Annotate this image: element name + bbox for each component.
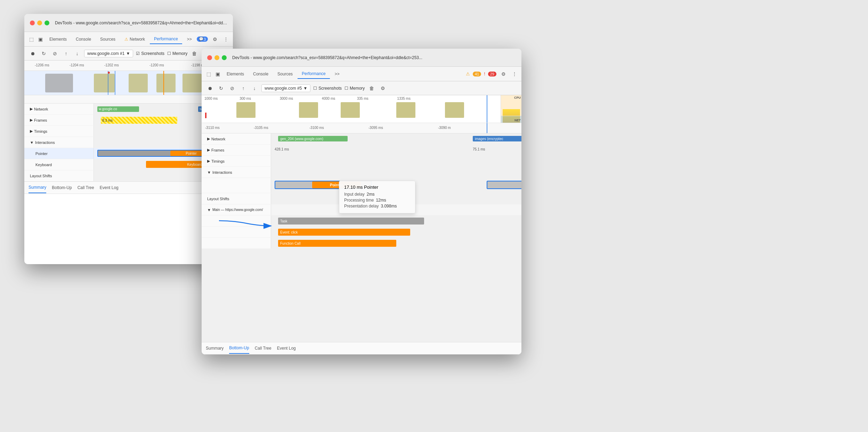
triangle-down-interactions: ▼ <box>30 140 34 145</box>
tab-sources-2[interactable]: Sources <box>273 70 297 79</box>
inspector-icon-2[interactable]: ⬚ <box>204 70 213 78</box>
tab-console-2[interactable]: Console <box>249 70 273 79</box>
minimize-button-2[interactable] <box>214 55 219 60</box>
url-dropdown-1[interactable]: www.google.com #1 ▼ <box>84 50 133 57</box>
layout-shifts-label-1: Layout Shifts <box>24 170 94 181</box>
chevron-down-icon-1: ▼ <box>126 51 130 56</box>
function-call-bar-label: Function Call <box>280 242 300 245</box>
memory-checkbox-1[interactable]: ☐Memory <box>167 51 187 56</box>
tri-interactions-2: ▼ <box>207 170 211 174</box>
tooltip-row-input-delay: Input delay 2ms <box>344 192 410 197</box>
url-dropdown-2[interactable]: www.google.com #5 ▼ <box>261 84 310 92</box>
title-bar-1: DevTools - www.google.com/search?sca_esv… <box>24 14 233 32</box>
net-area: NET <box>501 116 521 123</box>
upload-btn-2[interactable]: ↑ <box>239 84 248 92</box>
event-click-label <box>202 227 271 237</box>
network-url-label: w.google.co <box>99 107 117 111</box>
tab-elements-1[interactable]: Elements <box>45 35 71 44</box>
close-button-1[interactable] <box>30 21 35 25</box>
settings-btn-2[interactable]: ⚙ <box>379 84 387 92</box>
url-text-2: www.google.com #5 <box>265 86 302 91</box>
download-btn-1[interactable]: ↓ <box>73 49 81 58</box>
tab-performance-2[interactable]: Performance <box>298 69 330 79</box>
reload-btn-2[interactable]: ↻ <box>217 84 225 92</box>
network-gen-label: gen_204 (www.google.com) <box>278 137 323 141</box>
btab-summary-1[interactable]: Summary <box>29 182 46 193</box>
btab-summary-2[interactable]: Summary <box>206 343 224 353</box>
devtools-tabbar-2: ⬚ ▣ Elements Console Sources Performance… <box>202 67 521 81</box>
download-btn-2[interactable]: ↓ <box>250 84 259 92</box>
tab-sources-1[interactable]: Sources <box>96 35 120 44</box>
close-button-2[interactable] <box>207 55 212 60</box>
frames-time1-2: 428.1 ms <box>275 147 289 151</box>
bottom-tabs-2: Summary Bottom-Up Call Tree Event Log <box>202 342 521 354</box>
pointer-bar-right <box>487 181 521 189</box>
tooltip-input-delay-label: Input delay <box>344 192 365 197</box>
tick-2: -1204 ms <box>70 63 84 67</box>
event-click-content: Event: click <box>271 227 521 237</box>
chevron-down-icon-2: ▼ <box>303 86 307 91</box>
frames-label-1: ▶ Frames <box>24 115 94 125</box>
triangle-right-timings: ▶ <box>30 129 33 133</box>
tick-1335: 1335 ms <box>397 97 411 100</box>
triangle-right-network: ▶ <box>30 107 33 111</box>
btab-calltree-1[interactable]: Call Tree <box>78 182 94 193</box>
settings-icon-2[interactable]: ⚙ <box>499 70 508 78</box>
task-label <box>202 215 271 226</box>
btab-calltree-2[interactable]: Call Tree <box>255 343 271 353</box>
reload-btn-1[interactable]: ↻ <box>40 49 48 58</box>
network-bar-gen: gen_204 (www.google.com) <box>278 136 348 141</box>
upload-btn-1[interactable]: ↑ <box>62 49 70 58</box>
btab-bottomup-2[interactable]: Bottom-Up <box>229 343 249 354</box>
trash-btn-1[interactable]: 🗑 <box>190 49 198 58</box>
more-icon-1[interactable]: ⋮ <box>222 35 230 43</box>
record-btn-1[interactable]: ⏺ <box>29 49 37 58</box>
track-interactions-hdr-2: ▼ Interactions <box>202 167 521 178</box>
btab-eventlog-1[interactable]: Event Log <box>100 182 119 193</box>
tri-main: ▼ <box>207 208 211 212</box>
inspector-icon[interactable]: ⬚ <box>27 35 35 43</box>
tooltip-presentation-value: 3.098ms <box>381 204 397 209</box>
clear-btn-1[interactable]: ⊘ <box>51 49 59 58</box>
layout-shifts-label-2: Layout Shifts <box>202 193 271 204</box>
maximize-button-1[interactable] <box>44 21 49 25</box>
screenshots-checkbox-1[interactable]: ☑Screenshots <box>136 51 164 56</box>
device-icon[interactable]: ▣ <box>36 35 44 43</box>
tick-1: -1206 ms <box>35 63 49 67</box>
keyboard-label-1: Keyboard <box>24 159 94 170</box>
settings-icon-1[interactable]: ⚙ <box>211 35 219 43</box>
tick2-5: -3090 m <box>438 126 451 130</box>
tab-performance-1[interactable]: Performance <box>150 34 182 44</box>
badge-warning-2: 41 <box>473 72 481 76</box>
time-marker-2 <box>487 95 487 123</box>
tab-network-1[interactable]: ⚠ Network <box>120 35 149 44</box>
tab-more-2[interactable]: >> <box>331 70 344 79</box>
tri-timings-2: ▶ <box>207 159 210 163</box>
memory-checkbox-2[interactable]: ☐Memory <box>344 86 365 91</box>
more-icon-2[interactable]: ⋮ <box>510 70 519 78</box>
frames-bar-1: 8.3 ms <box>101 117 177 124</box>
btab-bottomup-1[interactable]: Bottom-Up <box>52 182 72 193</box>
btab-eventlog-2[interactable]: Event Log <box>277 343 296 353</box>
title-bar-2: DevTools - www.google.com/search?sca_esv… <box>202 49 521 67</box>
main-hdr-label: ▼ Main — https://www.google.com/ <box>202 204 271 215</box>
minimize-button-1[interactable] <box>37 21 42 25</box>
trash-btn-2[interactable]: 🗑 <box>367 84 376 92</box>
tooltip-processing-label: Processing time <box>344 198 374 203</box>
maximize-button-2[interactable] <box>222 55 227 60</box>
tab-elements-2[interactable]: Elements <box>222 70 248 79</box>
thumb-4 <box>396 102 415 118</box>
track-frames-2: ▶ Frames 428.1 ms 75.1 ms <box>202 145 521 156</box>
screenshots-checkbox-2[interactable]: ☐Screenshots <box>313 86 342 91</box>
device-icon-2[interactable]: ▣ <box>213 70 222 78</box>
tab-more-1[interactable]: >> <box>183 35 196 44</box>
network-content-2: gen_204 (www.google.com) images (encrypt… <box>271 133 521 144</box>
tick-3000: 3000 ms <box>280 97 293 100</box>
tick-3: -1202 ms <box>104 63 119 67</box>
timings-label-1: ▶ Timings <box>24 126 94 137</box>
clear-btn-2[interactable]: ⊘ <box>228 84 236 92</box>
function-call-label <box>202 238 271 248</box>
record-btn-2[interactable]: ⏺ <box>206 84 214 92</box>
tab-console-1[interactable]: Console <box>72 35 95 44</box>
traffic-lights-2 <box>207 55 227 60</box>
